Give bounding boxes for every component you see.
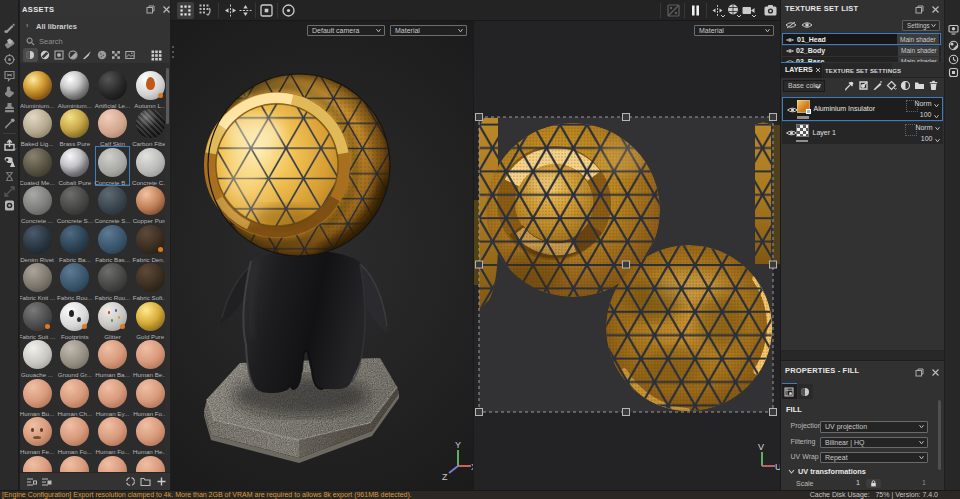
svg-text:Z: Z bbox=[442, 472, 448, 482]
svg-text:V: V bbox=[758, 442, 764, 452]
svg-text:Y: Y bbox=[455, 440, 461, 450]
